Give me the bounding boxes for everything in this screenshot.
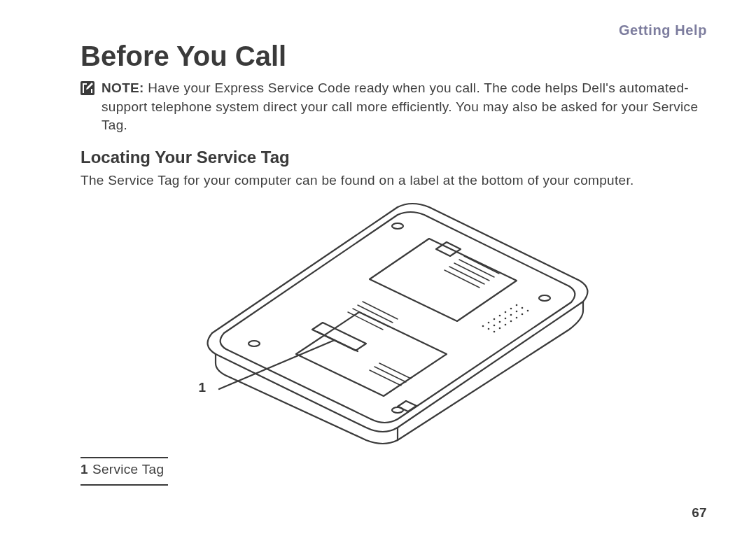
svg-point-21 <box>504 318 506 320</box>
page-title: Before You Call <box>80 41 714 72</box>
svg-point-19 <box>515 317 517 319</box>
service-tag-diagram: 1 <box>188 197 608 449</box>
svg-point-22 <box>510 320 512 323</box>
svg-point-37 <box>539 295 550 301</box>
note-block: NOTE: Have your Express Service Code rea… <box>80 79 714 135</box>
body-paragraph: The Service Tag for your computer can be… <box>80 171 714 190</box>
svg-point-15 <box>515 311 517 313</box>
svg-point-23 <box>493 318 495 320</box>
laptop-bottom-illustration <box>188 197 608 449</box>
page-number: 67 <box>692 505 707 521</box>
svg-point-30 <box>487 328 489 330</box>
note-icon <box>80 81 94 95</box>
section-header: Getting Help <box>619 22 707 38</box>
legend-label: Service Tag <box>92 462 164 477</box>
svg-point-28 <box>498 327 500 330</box>
svg-point-29 <box>482 325 484 327</box>
subheading: Locating Your Service Tag <box>80 148 714 167</box>
svg-point-31 <box>493 331 495 333</box>
svg-point-11 <box>515 304 517 306</box>
svg-point-25 <box>504 324 506 326</box>
svg-point-16 <box>521 313 523 316</box>
svg-point-36 <box>392 223 403 229</box>
diagram-callout-number: 1 <box>199 380 206 395</box>
svg-point-12 <box>521 307 523 309</box>
note-label: NOTE: <box>102 80 144 95</box>
svg-point-35 <box>248 341 260 346</box>
note-body: Have your Express Service Code ready whe… <box>102 80 698 132</box>
legend-index: 1 <box>80 462 88 477</box>
svg-line-1 <box>317 332 358 351</box>
svg-point-18 <box>510 314 512 316</box>
svg-point-17 <box>504 311 506 313</box>
svg-point-38 <box>392 407 403 413</box>
svg-point-14 <box>510 308 512 310</box>
svg-point-27 <box>493 325 495 327</box>
svg-point-26 <box>487 322 489 324</box>
svg-point-13 <box>526 310 528 312</box>
note-text: NOTE: Have your Express Service Code rea… <box>102 79 714 135</box>
svg-point-20 <box>498 315 500 317</box>
diagram-legend: 1Service Tag <box>80 457 168 485</box>
manual-page: Getting Help Before You Call NOTE: Have … <box>0 0 756 536</box>
svg-point-24 <box>498 321 500 323</box>
